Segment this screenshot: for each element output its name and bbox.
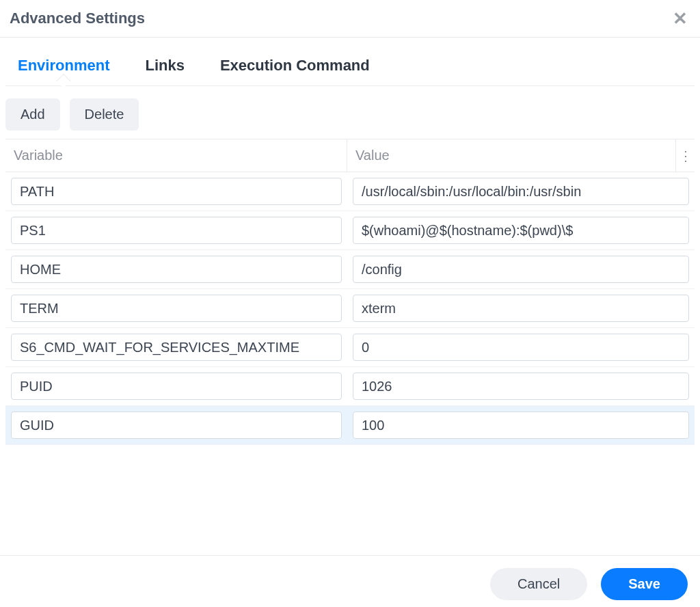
- value-input[interactable]: [353, 412, 689, 439]
- table-row[interactable]: [5, 289, 695, 328]
- delete-button[interactable]: Delete: [70, 98, 139, 131]
- cell-value: [347, 175, 695, 208]
- cell-variable: [5, 292, 347, 325]
- variable-input[interactable]: [11, 256, 342, 283]
- variable-input[interactable]: [11, 373, 342, 400]
- tab-execution-command[interactable]: Execution Command: [215, 53, 375, 85]
- cell-value: [347, 370, 695, 403]
- value-input[interactable]: [353, 295, 689, 322]
- column-menu-icon[interactable]: ⋮: [675, 139, 695, 172]
- column-header-variable[interactable]: Variable: [5, 139, 347, 172]
- value-input[interactable]: [353, 334, 689, 361]
- cell-variable: [5, 214, 347, 247]
- table-row[interactable]: [5, 406, 695, 445]
- value-input[interactable]: [353, 217, 689, 244]
- cell-variable: [5, 175, 347, 208]
- variable-input[interactable]: [11, 295, 342, 322]
- variable-input[interactable]: [11, 412, 342, 439]
- table-row[interactable]: [5, 328, 695, 367]
- column-header-value[interactable]: Value: [347, 139, 675, 172]
- cell-value: [347, 214, 695, 247]
- value-input[interactable]: [353, 178, 689, 205]
- grid-body: [5, 172, 695, 555]
- value-input[interactable]: [353, 256, 689, 283]
- env-grid: Variable Value ⋮: [5, 139, 695, 555]
- cell-variable: [5, 409, 347, 442]
- advanced-settings-dialog: Advanced Settings ✕ EnvironmentLinksExec…: [0, 0, 700, 607]
- variable-input[interactable]: [11, 217, 342, 244]
- tab-environment[interactable]: Environment: [12, 53, 115, 85]
- titlebar: Advanced Settings ✕: [0, 0, 700, 38]
- grid-header: Variable Value ⋮: [5, 139, 695, 172]
- close-icon[interactable]: ✕: [670, 10, 690, 27]
- cell-variable: [5, 331, 347, 364]
- variable-input[interactable]: [11, 334, 342, 361]
- tab-bar: EnvironmentLinksExecution Command: [5, 38, 695, 86]
- value-input[interactable]: [353, 373, 689, 400]
- cancel-button[interactable]: Cancel: [490, 568, 587, 600]
- cell-value: [347, 253, 695, 286]
- cell-variable: [5, 253, 347, 286]
- tab-links[interactable]: Links: [139, 53, 189, 85]
- cell-value: [347, 409, 695, 442]
- table-row[interactable]: [5, 211, 695, 250]
- table-row[interactable]: [5, 250, 695, 289]
- table-row[interactable]: [5, 172, 695, 211]
- cell-value: [347, 331, 695, 364]
- table-row[interactable]: [5, 367, 695, 406]
- toolbar: Add Delete: [0, 86, 700, 139]
- dialog-title: Advanced Settings: [10, 10, 145, 27]
- cell-value: [347, 292, 695, 325]
- dialog-footer: Cancel Save: [0, 555, 700, 607]
- variable-input[interactable]: [11, 178, 342, 205]
- cell-variable: [5, 370, 347, 403]
- add-button[interactable]: Add: [5, 98, 60, 131]
- save-button[interactable]: Save: [601, 568, 688, 600]
